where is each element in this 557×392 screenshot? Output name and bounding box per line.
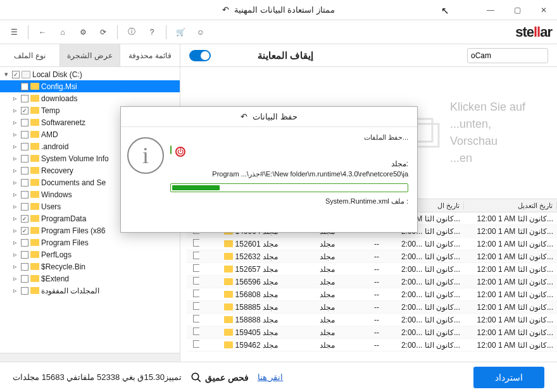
- table-row[interactable]: مجلد 158888مجلد--2:00... كانون الثا...12…: [187, 314, 557, 326]
- checkbox[interactable]: [21, 179, 28, 187]
- help-button[interactable]: ?: [143, 23, 161, 41]
- file-label: ملف :: [391, 197, 408, 205]
- stats-text: تمييز15.30ق بغي 52338 ملفاتفي 15683 مجلد…: [13, 372, 182, 382]
- preview-toggle[interactable]: [189, 50, 211, 61]
- table-row[interactable]: مجلد 158885مجلد--2:00... كانون الثا...12…: [187, 301, 557, 314]
- checkbox[interactable]: [21, 107, 28, 114]
- cursor-icon: ↖: [441, 5, 449, 16]
- date-modified: 12:00 1 AM كانون الثا...: [464, 278, 557, 286]
- minimize-button[interactable]: —: [477, 0, 504, 20]
- expand-icon[interactable]: ▹: [11, 202, 19, 211]
- recover-button[interactable]: استرداد: [473, 367, 544, 388]
- tree-row[interactable]: ▹المجلدات المفقودة: [0, 285, 180, 297]
- expand-icon[interactable]: ▹: [11, 250, 19, 259]
- expand-icon[interactable]: ▹: [11, 262, 19, 271]
- click-here-link[interactable]: انقر هنا: [258, 372, 284, 382]
- menu-button[interactable]: ☰: [5, 23, 23, 41]
- expand-icon[interactable]: ▹: [11, 274, 19, 283]
- resume-button[interactable]: ⟳: [94, 23, 112, 41]
- info-button[interactable]: ⓘ: [123, 23, 141, 41]
- expand-icon[interactable]: ▹: [11, 166, 19, 175]
- maximize-button[interactable]: ▢: [504, 0, 530, 20]
- checkbox[interactable]: [21, 119, 28, 126]
- expand-icon[interactable]: ▹: [11, 118, 19, 126]
- tab-tree-view[interactable]: عرض الشجرة: [60, 44, 120, 66]
- row-checkbox[interactable]: [193, 328, 199, 335]
- checkbox[interactable]: [21, 167, 28, 175]
- row-checkbox[interactable]: [193, 277, 199, 285]
- table-row[interactable]: مجلد 152632مجلد--2:00... كانون الثا...12…: [187, 250, 557, 263]
- folder-icon: [224, 240, 233, 247]
- user-button[interactable]: ☺: [192, 23, 210, 41]
- tree-row[interactable]: ▾Local Disk (C:): [0, 68, 180, 80]
- settings-button[interactable]: ⚙: [74, 23, 92, 41]
- expand-icon[interactable]: ▹: [11, 94, 19, 102]
- tab-deleted-list[interactable]: قائمة محذوفة: [120, 44, 180, 66]
- expand-icon[interactable]: ▹: [11, 226, 19, 235]
- checkbox[interactable]: [21, 227, 28, 235]
- row-checkbox[interactable]: [193, 264, 199, 272]
- expand-icon[interactable]: ▹: [11, 178, 19, 187]
- date-created: 2:00... كانون الثا...: [383, 290, 464, 299]
- expand-icon[interactable]: ▹: [11, 142, 19, 150]
- checkbox[interactable]: [21, 215, 28, 223]
- search-box[interactable]: 🔍 ✕: [467, 48, 548, 63]
- checkbox[interactable]: [21, 239, 28, 247]
- expand-icon[interactable]: ▹: [11, 190, 19, 199]
- checkbox[interactable]: [21, 83, 28, 90]
- row-checkbox[interactable]: [193, 290, 199, 297]
- expand-icon[interactable]: ▹: [11, 154, 19, 162]
- search-input[interactable]: [471, 51, 557, 60]
- checkbox[interactable]: [12, 71, 20, 78]
- file-type: مجلد: [282, 303, 339, 312]
- tree-label: Program Files: [41, 238, 89, 247]
- expand-icon[interactable]: ▹: [11, 106, 19, 114]
- tree-row[interactable]: ▹Program Files: [0, 236, 180, 248]
- close-button[interactable]: ✕: [530, 0, 557, 20]
- date-modified: 12:00 1 AM كانون الثا...: [464, 227, 557, 236]
- checkbox[interactable]: [21, 263, 28, 271]
- back-button[interactable]: ←: [34, 23, 51, 41]
- checkbox[interactable]: [21, 143, 28, 150]
- row-checkbox[interactable]: [193, 302, 199, 310]
- table-row[interactable]: مجلد 156596مجلد--2:00... كانون الثا...12…: [187, 276, 557, 288]
- deep-scan[interactable]: فحص عميق: [191, 372, 249, 383]
- checkbox[interactable]: [21, 131, 28, 138]
- tree-row[interactable]: ▹downloads: [0, 92, 180, 104]
- table-row[interactable]: مجلد 152601مجلد--2:00... كانون الثا...12…: [187, 238, 557, 250]
- tree-label: Users: [41, 202, 61, 211]
- expand-icon[interactable]: ▹: [11, 214, 19, 223]
- folder-icon: [30, 167, 39, 174]
- table-row[interactable]: مجلد 159405مجلد--2:00... كانون الثا...12…: [187, 326, 557, 339]
- expand-icon[interactable]: ▹: [11, 286, 19, 295]
- tree-label: Local Disk (C:): [32, 70, 82, 79]
- table-row[interactable]: مجلد 152657مجلد--2:00... كانون الثا...12…: [187, 263, 557, 276]
- cart-button[interactable]: 🛒: [172, 23, 189, 41]
- tree-row[interactable]: ▹$Extend: [0, 273, 180, 285]
- checkbox[interactable]: [21, 203, 28, 211]
- stop-button[interactable]: ⏻: [175, 147, 185, 157]
- tree-h-scrollbar[interactable]: [0, 353, 180, 362]
- checkbox[interactable]: [21, 155, 28, 162]
- file-type: مجلد: [282, 240, 339, 248]
- checkbox[interactable]: [21, 287, 28, 295]
- table-row[interactable]: مجلد 156808مجلد--2:00... كانون الثا...12…: [187, 288, 557, 301]
- row-checkbox[interactable]: [193, 340, 199, 348]
- checkbox[interactable]: [21, 95, 28, 102]
- expand-icon[interactable]: ▹: [11, 238, 19, 247]
- folder-icon: [30, 95, 39, 102]
- tab-file-type[interactable]: نوع الملف: [0, 44, 60, 66]
- row-checkbox[interactable]: [193, 239, 199, 247]
- checkbox[interactable]: [21, 275, 28, 283]
- tree-row[interactable]: ▹PerfLogs: [0, 248, 180, 260]
- expand-icon[interactable]: ▹: [11, 130, 19, 138]
- table-row[interactable]: مجلد 159462مجلد--2:00... كانون الثا...12…: [187, 339, 557, 352]
- row-checkbox[interactable]: [193, 315, 199, 322]
- tree-row[interactable]: ▹$Recycle.Bin: [0, 260, 180, 273]
- row-checkbox[interactable]: [193, 252, 199, 259]
- tree-row[interactable]: Config.Msi: [0, 80, 180, 92]
- checkbox[interactable]: [21, 251, 28, 259]
- expand-icon[interactable]: ▾: [3, 70, 10, 78]
- home-button[interactable]: ⌂: [54, 23, 72, 41]
- checkbox[interactable]: [21, 191, 28, 199]
